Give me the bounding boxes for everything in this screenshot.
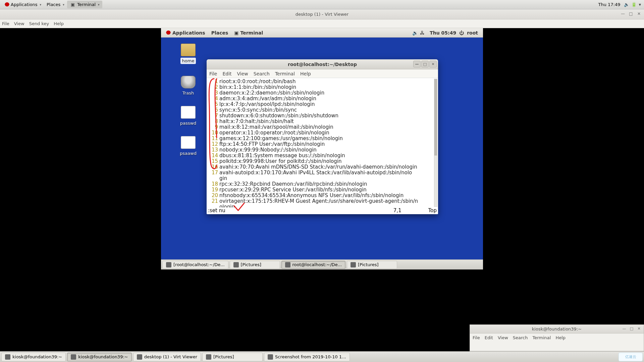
- line-text: polkitd:x:999:998:User for polkitd:/:/sb…: [219, 159, 341, 164]
- volume-icon[interactable]: 🔈: [624, 2, 629, 7]
- menu-label: Places: [211, 30, 228, 36]
- term-menu-file[interactable]: File: [209, 71, 217, 76]
- terminal-line: 11games:x:12:100:games:/usr/games:/sbin/…: [207, 136, 437, 141]
- maximize-button[interactable]: □: [628, 11, 634, 17]
- vv-menu-view[interactable]: View: [14, 21, 24, 26]
- line-text: rpcuser:x:29:29:RPC Service User:/var/li…: [219, 187, 367, 193]
- term-menu-item[interactable]: Edit: [485, 335, 493, 340]
- desktop-icon-passwd[interactable]: passwd: [176, 106, 200, 126]
- vim-cursor-pos: 7,1: [393, 207, 401, 214]
- taskbar-label: [Pictures]: [358, 262, 379, 267]
- volume-icon[interactable]: 🔉: [412, 30, 418, 36]
- close-button[interactable]: ✕: [429, 61, 437, 67]
- terminal-line: gin: [207, 176, 437, 181]
- taskbar-button[interactable]: [root@localhost:~/De...: [162, 261, 228, 269]
- vim-status-line: :set nu 7,1 Top: [207, 207, 438, 214]
- guest-terminal-window: root@localhost:~/Desktop — □ ✕ File Edit…: [207, 59, 438, 214]
- term-menu-view[interactable]: View: [237, 71, 248, 76]
- vv-content: Applications Places ▣Terminal 🔉 🖧 Thu 05…: [0, 28, 644, 351]
- network-icon[interactable]: 🖧: [420, 30, 425, 36]
- line-text: lp:x:4:7:lp:/var/spool/lpd:/sbin/nologin: [219, 102, 315, 107]
- line-text: avahi:x:70:70:Avahi mDNS/DNS-SD Stack:/v…: [219, 164, 417, 170]
- scrollbar[interactable]: [434, 79, 437, 207]
- line-text: bin:x:1:1:bin:/bin:/sbin/nologin: [219, 84, 296, 90]
- term-menu-terminal[interactable]: Terminal: [275, 71, 295, 76]
- guest-applications-menu[interactable]: Applications: [163, 29, 208, 36]
- guest-terminal-titlebar[interactable]: root@localhost:~/Desktop — □ ✕: [207, 59, 438, 69]
- power-icon[interactable]: ⏻: [459, 30, 464, 36]
- battery-icon[interactable]: 🔋: [631, 2, 637, 7]
- line-text: rpc:x:32:32:Rpcbind Daemon:/var/lib/rpcb…: [219, 181, 367, 187]
- window-icon: [233, 262, 239, 267]
- terminal-line: ologin: [207, 204, 437, 207]
- host-terminal-titlebar[interactable]: kiosk@foundation39:~ — □ ✕: [470, 325, 644, 334]
- trash-icon: [181, 76, 196, 88]
- term-menu-item[interactable]: Search: [513, 335, 528, 340]
- user-menu-arrow-icon[interactable]: ▾: [639, 2, 641, 7]
- host-taskbar-button[interactable]: kiosk@foundation39:~: [67, 353, 131, 361]
- desktop-icon-psaawd[interactable]: psaawd: [176, 136, 200, 157]
- term-menu-item[interactable]: File: [473, 335, 480, 340]
- terminal-line: 19rpcuser:x:29:29:RPC Service User:/var/…: [207, 187, 437, 193]
- guest-terminal-menubar: File Edit View Search Terminal Help: [207, 69, 438, 78]
- taskbar-button[interactable]: [Pictures]: [347, 261, 397, 269]
- icon-label: passwd: [178, 120, 198, 126]
- host-taskbar-button[interactable]: Screenshot from 2019-10-10 1...: [264, 353, 350, 361]
- vv-menu-sendkey[interactable]: Send key: [29, 21, 49, 26]
- desktop-icon-home[interactable]: home: [176, 44, 200, 64]
- taskbar-button[interactable]: [Pictures]: [230, 261, 280, 269]
- guest-terminal-body[interactable]: 1rioot:x:0:0:root:/root:/bin/bash2bin:x:…: [207, 78, 438, 207]
- host-terminal-menu[interactable]: ▣Terminal: [67, 1, 102, 8]
- clock-text: Thu 17:49: [598, 2, 620, 7]
- line-number: 2: [207, 84, 218, 90]
- guest-clock[interactable]: Thu 05:49: [427, 29, 459, 36]
- menu-label: Applications: [172, 30, 205, 36]
- close-button[interactable]: ✕: [636, 326, 642, 331]
- taskbar-label: [Pictures]: [213, 354, 234, 359]
- line-text: adm:x:3:4:adm:/var/adm:/sbin/nologin: [219, 96, 316, 102]
- line-number: 15: [207, 159, 218, 164]
- host-applications-menu[interactable]: Applications: [2, 1, 44, 8]
- term-menu-item[interactable]: View: [498, 335, 508, 340]
- maximize-button[interactable]: □: [421, 61, 429, 67]
- host-taskbar-button[interactable]: kiosk@foundation39:~: [1, 353, 66, 361]
- host-places-menu[interactable]: Places: [44, 1, 67, 8]
- minimize-button[interactable]: —: [622, 326, 627, 331]
- minimize-button[interactable]: —: [413, 61, 421, 67]
- terminal-line: 10operator:x:11:0:operator:/root:/sbin/n…: [207, 130, 437, 136]
- line-text: games:x:12:100:games:/usr/games:/sbin/no…: [219, 136, 343, 141]
- terminal-line: 9mail:x:8:12:mail:/var/spool/mail:/sbin/…: [207, 124, 437, 130]
- guest-terminal-title: root@localhost:~/Desktop: [288, 62, 357, 67]
- taskbar-label: desktop (1) - Virt Viewer: [144, 354, 197, 359]
- folder-icon: [181, 44, 196, 56]
- line-number: 13: [207, 147, 218, 153]
- guest-places-menu[interactable]: Places: [208, 29, 231, 36]
- term-menu-help[interactable]: Help: [300, 71, 311, 76]
- host-top-panel: Applications Places ▣Terminal Thu 17:49 …: [0, 0, 644, 9]
- line-number: 8: [207, 119, 218, 124]
- vv-menubar: File View Send key Help: [0, 19, 644, 28]
- vv-titlebar[interactable]: desktop (1) - Virt Viewer — □ ✕: [0, 9, 644, 19]
- vim-location: Top: [428, 207, 437, 214]
- terminal-line: 6sync:x:5:0:sync:/sbin:/bin/sync: [207, 107, 437, 113]
- term-menu-item[interactable]: Terminal: [532, 335, 551, 340]
- guest-user-menu[interactable]: root: [464, 29, 481, 36]
- scrollbar-thumb[interactable]: [434, 79, 437, 156]
- close-button[interactable]: ✕: [636, 11, 642, 17]
- host-taskbar-button[interactable]: [Pictures]: [202, 353, 263, 361]
- desktop-icon-trash[interactable]: Trash: [176, 76, 200, 96]
- term-menu-item[interactable]: Help: [555, 335, 566, 340]
- clock-text: Thu 05:49: [430, 30, 456, 36]
- guest-terminal-menu[interactable]: ▣Terminal: [231, 29, 266, 36]
- host-taskbar-button[interactable]: desktop (1) - Virt Viewer: [133, 353, 201, 361]
- host-clock[interactable]: Thu 17:49: [595, 1, 623, 8]
- terminal-line: 14dbus:x:81:81:System message bus:/:/sbi…: [207, 153, 437, 159]
- term-menu-edit[interactable]: Edit: [222, 71, 231, 76]
- vv-menu-file[interactable]: File: [2, 21, 9, 26]
- minimize-button[interactable]: —: [620, 11, 626, 17]
- term-menu-search[interactable]: Search: [254, 71, 270, 76]
- maximize-button[interactable]: □: [629, 326, 634, 331]
- guest-top-panel: Applications Places ▣Terminal 🔉 🖧 Thu 05…: [161, 28, 483, 38]
- taskbar-button[interactable]: root@localhost:~/De...: [281, 261, 345, 269]
- vv-menu-help[interactable]: Help: [54, 21, 64, 26]
